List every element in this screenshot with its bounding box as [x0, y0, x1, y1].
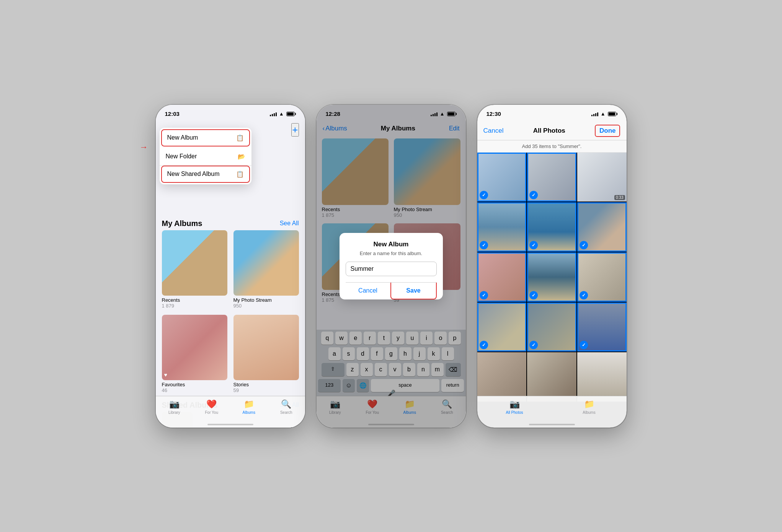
check-4 [480, 241, 488, 249]
photo-9[interactable] [577, 252, 627, 302]
albums-icon-1: 📁 [244, 399, 254, 409]
albums-icon-3: 📁 [584, 399, 594, 409]
photo-11[interactable] [527, 303, 576, 352]
signal-icon-3 [591, 112, 598, 116]
new-shared-album-label: New Shared Album [167, 171, 220, 177]
photo-5[interactable] [527, 202, 576, 252]
new-album-item[interactable]: New Album 📋 [161, 129, 250, 146]
done-btn-3[interactable]: Done [595, 125, 620, 137]
my-albums-title: My Albums [162, 219, 202, 228]
photo-3[interactable]: 0:33 [577, 153, 627, 202]
status-time-1: 12:03 [165, 111, 180, 117]
photo-7[interactable] [477, 252, 527, 302]
album-stories[interactable]: Stories 59 [233, 315, 299, 393]
photo-10[interactable] [477, 303, 527, 352]
album-stories-name: Stories [233, 382, 299, 387]
new-folder-item[interactable]: New Folder 📂 [160, 148, 251, 166]
tab-all-photos-3[interactable]: 📷 All Photos [477, 399, 552, 415]
album-recents-name: Recents [162, 297, 227, 303]
photo-8[interactable] [527, 252, 576, 302]
my-albums-see-all[interactable]: See All [280, 220, 299, 227]
library-icon-1: 📷 [169, 399, 180, 409]
cancel-btn-3[interactable]: Cancel [483, 127, 504, 135]
photo-13[interactable] [477, 352, 527, 402]
home-indicator-3 [529, 424, 575, 425]
wifi-icon-1: ▲ [279, 111, 284, 117]
tab-library-1[interactable]: 📷 Library [156, 399, 193, 415]
album-stream-name: My Photo Stream [233, 297, 299, 303]
album-fav-name: Favourites [162, 382, 227, 387]
tab-bar-1: 📷 Library ❤️ For You 📁 Albums 🔍 Search [156, 396, 305, 428]
tab-albums-1[interactable]: 📁 Albums [230, 399, 268, 415]
status-bar-3: 12:30 ▲ [477, 105, 627, 122]
album-name-input[interactable] [346, 262, 437, 276]
status-icons-3: ▲ [591, 111, 617, 117]
new-album-dialog: New Album Enter a name for this album. C… [340, 233, 443, 299]
tab-search-1[interactable]: 🔍 Search [268, 399, 305, 415]
my-albums-header: My Albums See All [156, 216, 305, 230]
heart-badge: ♥ [164, 372, 167, 378]
status-icons-1: ▲ [270, 111, 296, 117]
video-duration-3: 0:33 [614, 195, 625, 200]
p3-header: Cancel All Photos Done [477, 122, 627, 140]
tab-for-you-1[interactable]: ❤️ For You [193, 399, 230, 415]
check-1 [480, 191, 488, 199]
new-album-label: New Album [167, 134, 198, 141]
albums-label-3: Albums [583, 410, 595, 415]
all-photos-label-3: All Photos [506, 410, 523, 415]
for-you-icon-1: ❤️ [206, 399, 217, 409]
photo-1[interactable] [477, 153, 527, 202]
dropdown-menu-1: New Album 📋 New Folder 📂 New Shared Albu… [160, 128, 251, 184]
red-arrow-indicator: → [140, 142, 148, 152]
dialog-title-2: New Album [346, 241, 437, 248]
album-recents[interactable]: Recents 1 879 [162, 230, 227, 309]
status-bar-1: 12:03 ▲ [156, 105, 305, 122]
new-album-icon: 📋 [236, 134, 244, 142]
new-folder-label: New Folder [166, 153, 197, 160]
photo-4[interactable] [477, 202, 527, 252]
dialog-overlay-2: New Album Enter a name for this album. C… [317, 105, 466, 428]
album-stories-count: 59 [233, 387, 299, 393]
signal-icon-1 [270, 112, 277, 116]
all-photos-icon-3: 📷 [509, 399, 520, 409]
dialog-save-btn[interactable]: Save [390, 283, 437, 299]
check-12 [580, 341, 588, 349]
phone-1: 12:03 ▲ [156, 105, 305, 428]
add-button-1[interactable]: + [291, 123, 299, 137]
album-photo-stream[interactable]: My Photo Stream 950 [233, 230, 299, 309]
screenshots-row: → 12:03 ▲ [140, 89, 642, 443]
battery-icon-3 [608, 112, 617, 116]
new-folder-icon: 📂 [238, 153, 245, 160]
battery-icon-1 [286, 112, 296, 116]
phone-3: 12:30 ▲ Cancel [477, 105, 627, 428]
wifi-icon-3: ▲ [601, 111, 606, 117]
photo-15[interactable] [577, 352, 627, 402]
photo-14[interactable] [527, 352, 576, 402]
status-time-3: 12:30 [487, 111, 501, 117]
dialog-cancel-btn[interactable]: Cancel [346, 283, 390, 299]
tab-albums-3[interactable]: 📁 Albums [552, 399, 627, 415]
add-banner-3: Add 35 items to "Summer". [477, 140, 627, 153]
album-favourites[interactable]: ♥ Favourites 46 [162, 315, 227, 393]
search-label-1: Search [280, 410, 292, 415]
check-10 [480, 341, 488, 349]
dialog-subtitle-2: Enter a name for this album. [346, 251, 437, 256]
for-you-label-1: For You [205, 410, 218, 415]
check-7 [480, 291, 488, 299]
search-icon-1: 🔍 [281, 399, 291, 409]
albums-label-1: Albums [243, 410, 255, 415]
photos-grid-3: 0:33 [477, 153, 627, 402]
check-9 [580, 291, 588, 299]
tab-bar-3: 📷 All Photos 📁 Albums [477, 396, 627, 428]
dialog-buttons-2: Cancel Save [346, 282, 437, 299]
new-shared-album-item[interactable]: New Shared Album 📋 [161, 166, 250, 183]
check-5 [529, 241, 538, 249]
album-fav-count: 46 [162, 387, 227, 393]
phone-2: 12:28 ▲ ‹ Albums [317, 105, 466, 428]
home-indicator-1 [207, 424, 253, 425]
p3-title: All Photos [533, 127, 565, 135]
photo-2[interactable] [527, 153, 576, 202]
photo-6[interactable] [577, 202, 627, 252]
library-label-1: Library [168, 410, 180, 415]
photo-12[interactable] [577, 303, 627, 352]
